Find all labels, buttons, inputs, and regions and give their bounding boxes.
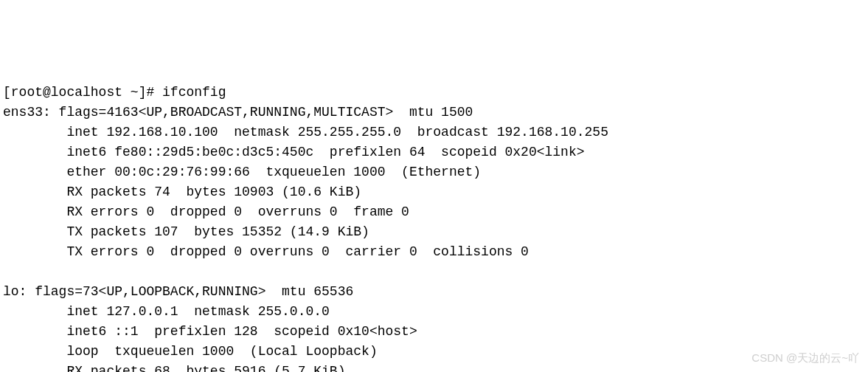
- iface-link-line: ether 00:0c:29:76:99:66 txqueuelen 1000 …: [3, 165, 481, 179]
- iface-rx-errors-line: RX errors 0 dropped 0 overruns 0 frame 0: [3, 204, 409, 219]
- iface-inet-line: inet 192.168.10.100 netmask 255.255.255.…: [3, 125, 608, 140]
- iface-flags-line: lo: flags=73<UP,LOOPBACK,RUNNING> mtu 65…: [3, 284, 353, 299]
- iface-link-line: loop txqueuelen 1000 (Local Loopback): [3, 344, 378, 359]
- iface-tx-errors-line: TX errors 0 dropped 0 overruns 0 carrier…: [3, 244, 529, 259]
- iface-inet6-line: inet6 ::1 prefixlen 128 scopeid 0x10<hos…: [3, 324, 417, 339]
- shell-prompt: [root@localhost ~]#: [3, 85, 162, 100]
- terminal-output: [root@localhost ~]# ifconfig ens33: flag…: [3, 83, 865, 372]
- iface-rx-packets-line: RX packets 68 bytes 5916 (5.7 KiB): [3, 364, 345, 372]
- watermark-text: CSDN @天边的云~吖: [751, 350, 859, 367]
- iface-inet-line: inet 127.0.0.1 netmask 255.0.0.0: [3, 304, 330, 319]
- iface-inet6-line: inet6 fe80::29d5:be0c:d3c5:450c prefixle…: [3, 145, 585, 159]
- iface-tx-packets-line: TX packets 107 bytes 15352 (14.9 KiB): [3, 224, 369, 239]
- command-text: ifconfig: [162, 85, 226, 100]
- iface-flags-line: ens33: flags=4163<UP,BROADCAST,RUNNING,M…: [3, 105, 473, 120]
- iface-rx-packets-line: RX packets 74 bytes 10903 (10.6 KiB): [3, 185, 361, 199]
